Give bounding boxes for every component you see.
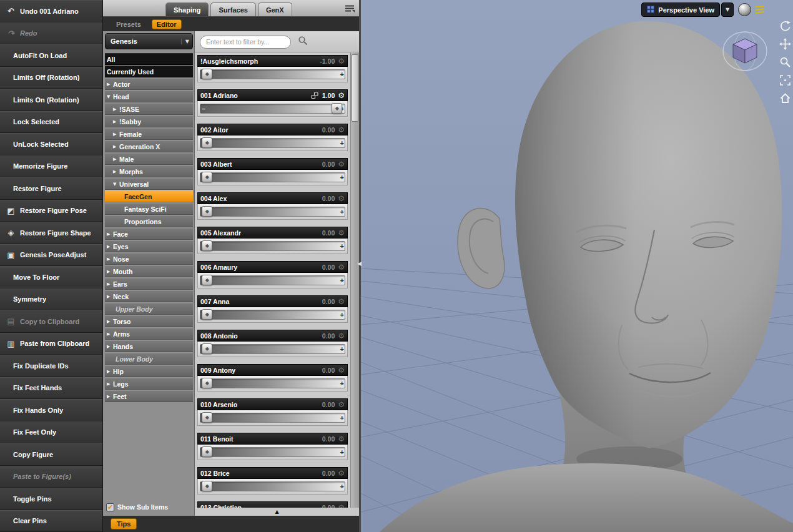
tab-surfaces[interactable]: Surfaces	[210, 2, 255, 16]
slider-increment[interactable]: +	[340, 277, 344, 284]
slider-groove[interactable]	[200, 275, 345, 285]
toolbar-action-item[interactable]: Fix Feet Hands	[0, 377, 102, 400]
morph-slider[interactable]: – + ◆	[197, 239, 348, 254]
slider-increment[interactable]: +	[340, 71, 344, 78]
tree-arrow-icon[interactable]: ▶	[113, 144, 119, 149]
category-item[interactable]: Upper Body	[105, 303, 193, 315]
tree-arrow-icon[interactable]: ▶	[113, 157, 119, 162]
slider-increment[interactable]: +	[340, 243, 344, 250]
slider-groove[interactable]	[200, 104, 345, 114]
gear-icon[interactable]: ⚙	[338, 298, 345, 305]
morph-slider[interactable]: – + ◆	[197, 204, 348, 220]
category-item[interactable]: ▼ Head	[105, 91, 193, 102]
toolbar-action-item[interactable]: AutoFit On Load	[0, 44, 102, 67]
draw-style-sphere-icon[interactable]	[738, 3, 751, 16]
slider-thumb[interactable]: ◆	[202, 69, 212, 79]
slider-increment[interactable]: +	[340, 140, 344, 147]
orbit-rotate-icon[interactable]	[779, 19, 791, 32]
slider-groove[interactable]	[200, 241, 345, 251]
toolbar-action-item[interactable]: Memorize Figure	[0, 155, 102, 178]
toolbar-action-item[interactable]: ◈ Restore Figure Shape	[0, 222, 102, 244]
gear-icon[interactable]: ⚙	[338, 401, 345, 408]
toolbar-action-item[interactable]: ▣ Genesis PoseAdjust	[0, 244, 102, 267]
category-item[interactable]: ▶ Face	[105, 228, 193, 240]
category-item[interactable]: ▼ Universal	[105, 178, 193, 190]
category-item[interactable]: ▶ Hands	[105, 340, 193, 352]
slider-thumb[interactable]: ◆	[202, 446, 212, 457]
morph-item-header[interactable]: 007 Anna 0.00 ⚙	[197, 295, 348, 307]
slider-increment[interactable]: +	[340, 346, 344, 353]
morph-value[interactable]: 0.00	[322, 264, 335, 271]
tree-arrow-icon[interactable]: ▶	[107, 394, 113, 399]
gear-icon[interactable]: ⚙	[338, 126, 345, 134]
morph-item-header[interactable]: 009 Antony 0.00 ⚙	[197, 364, 348, 376]
tree-arrow-icon[interactable]: ▶	[113, 132, 119, 137]
slider-thumb[interactable]: ◆	[202, 378, 212, 388]
gear-icon[interactable]: ⚙	[338, 229, 345, 237]
morph-slider[interactable]: – + ◆	[197, 67, 348, 82]
category-item[interactable]: ▶ Nose	[105, 253, 193, 265]
gear-icon[interactable]: ⚙	[338, 470, 345, 477]
tree-arrow-icon[interactable]: ▶	[107, 257, 113, 262]
morph-slider[interactable]: – + ◆	[197, 376, 348, 392]
unlink-icon[interactable]	[311, 92, 318, 99]
morph-value[interactable]: 0.00	[322, 435, 335, 443]
tree-arrow-icon[interactable]: ▶	[107, 269, 113, 274]
tree-arrow-icon[interactable]: ▶	[107, 244, 113, 249]
toolbar-action-item[interactable]: UnLock Selected	[0, 133, 102, 155]
tree-arrow-icon[interactable]: ▶	[107, 382, 113, 387]
view-dropdown-arrow[interactable]: ▼	[721, 2, 734, 17]
category-item[interactable]: All	[105, 53, 193, 65]
figure-selector[interactable]: Genesis ▼	[105, 33, 193, 49]
morph-value[interactable]: 0.00	[322, 229, 335, 237]
category-item[interactable]: ▶ !Sabby	[105, 116, 193, 127]
morph-item-header[interactable]: 003 Albert 0.00 ⚙	[197, 158, 348, 170]
category-item[interactable]: Lower Body	[105, 353, 193, 365]
panel-splitter[interactable]: ◀	[359, 0, 361, 532]
category-item[interactable]: Currently Used	[105, 66, 193, 77]
morph-value[interactable]: 0.00	[322, 298, 335, 305]
category-item[interactable]: ▶ Legs	[105, 378, 193, 390]
slider-thumb[interactable]: ◆	[202, 343, 212, 354]
gear-icon[interactable]: ⚙	[338, 435, 345, 443]
category-item[interactable]: ▶ Arms	[105, 328, 193, 340]
toolbar-action-item[interactable]: Limits Off (Rotation)	[0, 67, 102, 89]
category-item[interactable]: ▶ Female	[105, 128, 193, 140]
toolbar-action-item[interactable]: Copy Figure	[0, 443, 102, 466]
morph-item-header[interactable]: 001 Adriano 1.00 ⚙	[197, 89, 348, 101]
slider-groove[interactable]	[200, 481, 345, 491]
toolbar-action-item[interactable]: ▥ Paste from Clipboard	[0, 333, 102, 355]
scroll-up-arrow-icon[interactable]: ▲	[275, 509, 278, 515]
morph-slider[interactable]: – + ◆	[197, 307, 348, 323]
morph-value[interactable]: 1.00	[322, 92, 335, 99]
slider-thumb[interactable]: ◆	[202, 481, 212, 491]
slider-decrement[interactable]: –	[202, 106, 205, 112]
morph-value[interactable]: 0.00	[322, 332, 335, 340]
slider-thumb[interactable]: ◆	[202, 275, 212, 285]
panel-menu-icon[interactable]	[345, 4, 355, 15]
slider-groove[interactable]	[200, 413, 345, 423]
toolbar-action-item[interactable]: Fix Hands Only	[0, 399, 102, 421]
tree-arrow-icon[interactable]: ▶	[107, 294, 113, 299]
tree-arrow-icon[interactable]: ▶	[107, 344, 113, 349]
morph-value[interactable]: 0.00	[322, 160, 335, 168]
gear-icon[interactable]: ⚙	[338, 264, 345, 271]
viewport-3d[interactable]: Perspective View ▼	[361, 0, 793, 532]
filter-input[interactable]	[200, 36, 291, 49]
gear-icon[interactable]: ⚙	[338, 92, 345, 99]
morph-item-header[interactable]: 011 Benoit 0.00 ⚙	[197, 433, 348, 445]
category-item[interactable]: Proportions	[105, 215, 193, 227]
slider-groove[interactable]	[200, 378, 345, 388]
morph-slider[interactable]: – + ◆	[197, 445, 348, 460]
slider-thumb[interactable]: ◆	[202, 240, 212, 251]
slider-increment[interactable]: +	[340, 415, 344, 421]
category-item[interactable]: ▶ !SASE	[105, 103, 193, 115]
home-icon[interactable]	[779, 92, 791, 104]
morph-value[interactable]: 0.00	[322, 470, 335, 477]
morph-value[interactable]: 0.00	[322, 401, 335, 408]
gear-icon[interactable]: ⚙	[338, 332, 345, 340]
slider-increment[interactable]: +	[340, 483, 344, 490]
toolbar-action-item[interactable]: Toggle Pins	[0, 488, 102, 510]
toolbar-action-item[interactable]: ◩ Restore Figure Pose	[0, 200, 102, 222]
gear-icon[interactable]: ⚙	[338, 367, 345, 374]
